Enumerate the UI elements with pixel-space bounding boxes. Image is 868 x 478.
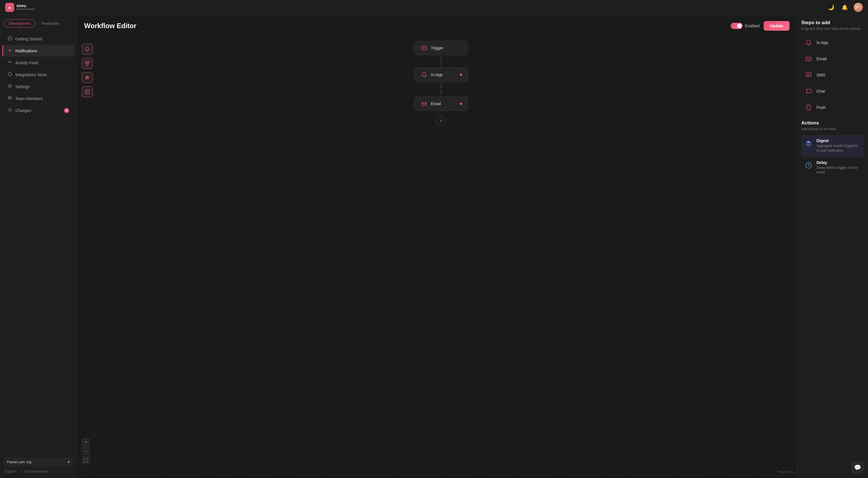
sidebar-item-changes[interactable]: Changes 4 <box>2 105 74 116</box>
topbar-right: 🌙 🔔 PJ <box>827 3 863 12</box>
enabled-toggle[interactable] <box>731 23 743 29</box>
sidebar: Development Production Getting Started <box>0 15 77 478</box>
react-flow-watermark: React Flow <box>778 470 794 473</box>
workflow-icon <box>85 61 90 66</box>
connector-dot <box>440 85 442 88</box>
in-app-node-menu[interactable]: ··· <box>453 72 457 77</box>
connector-line <box>441 55 441 60</box>
add-node-button[interactable]: + <box>437 116 446 126</box>
svg-rect-8 <box>87 64 88 66</box>
main-layout: Development Production Getting Started <box>0 15 868 478</box>
connector-line <box>441 93 441 97</box>
avatar[interactable]: PJ <box>854 3 863 12</box>
app-name: novu <box>17 4 36 8</box>
hexagon-icon <box>7 72 12 77</box>
right-panel: Steps to add Drag and drop new steps to … <box>797 15 868 478</box>
env-production-button[interactable]: Production <box>37 19 64 28</box>
sms-step-icon <box>804 70 813 79</box>
canvas-tool-template[interactable] <box>82 87 93 97</box>
svg-rect-20 <box>806 57 811 61</box>
canvas: Trigger <box>77 35 797 476</box>
svg-point-5 <box>10 97 12 98</box>
fit-view-button[interactable] <box>82 456 90 464</box>
delay-text: Delay Delay before trigger of next event <box>816 160 861 175</box>
notifications-bell-button[interactable]: 🔔 <box>840 3 849 12</box>
team-icon <box>7 96 12 101</box>
sidebar-item-team-members[interactable]: Team Members <box>2 93 74 104</box>
sidebar-item-notifications[interactable]: Notifications <box>2 45 74 57</box>
connector-1 <box>440 55 442 68</box>
svg-point-4 <box>9 97 10 98</box>
workflow-header: Workflow Editor Enabled Update <box>77 15 797 35</box>
dot-separator: • <box>20 470 21 473</box>
sidebar-item-label: Getting Started <box>16 37 42 41</box>
svg-point-24 <box>808 108 809 109</box>
enabled-toggle-wrap: Enabled <box>731 23 760 29</box>
sidebar-item-integrations-store[interactable]: Integrations Store <box>2 69 74 80</box>
email-node[interactable]: Email ··· <box>414 97 468 111</box>
connector-dot-2 <box>440 91 442 93</box>
email-step-icon <box>804 54 813 63</box>
actions-section: Actions Add actions to the flow Digest A… <box>801 120 864 178</box>
chat-widget[interactable]: 💬 <box>851 462 863 473</box>
step-label-in-app: In-App <box>816 40 828 45</box>
sidebar-item-settings[interactable]: Settings <box>2 81 74 92</box>
bell-icon: 🔔 <box>842 4 848 10</box>
logo[interactable]: n novu Formerly Notifee <box>5 3 36 12</box>
enabled-label: Enabled <box>745 24 760 28</box>
sidebar-item-getting-started[interactable]: Getting Started <box>2 33 74 45</box>
update-button[interactable]: Update <box>764 21 789 31</box>
fit-icon <box>84 458 88 463</box>
step-label-email: Email <box>816 57 827 61</box>
activity-icon <box>7 60 12 65</box>
changes-icon <box>7 108 12 113</box>
support-link[interactable]: Support <box>5 470 17 473</box>
email-node-icon <box>420 100 428 108</box>
delay-desc: Delay before trigger of next event <box>816 165 861 175</box>
in-app-step-icon <box>804 38 813 47</box>
app-tagline: Formerly Notifee <box>17 8 36 11</box>
action-item-delay[interactable]: Delay Delay before trigger of next event <box>801 157 864 179</box>
canvas-tool-sliders[interactable] <box>82 72 93 83</box>
env-development-button[interactable]: Development <box>4 19 36 28</box>
action-item-digest[interactable]: Digest Aggregate events triggered to one… <box>801 135 864 157</box>
org-selector[interactable]: Pawan jain org ▾ <box>3 457 73 467</box>
nodes-container: Trigger <box>414 41 468 126</box>
step-item-sms[interactable]: SMS <box>801 67 864 83</box>
in-app-node-status-dot <box>460 74 462 76</box>
delay-name: Delay <box>816 160 861 165</box>
connector-line <box>441 63 441 68</box>
zoom-in-button[interactable]: + <box>82 438 90 446</box>
step-item-chat[interactable]: Chat <box>801 83 864 99</box>
sidebar-item-activity-feed[interactable]: Activity Feed <box>2 57 74 68</box>
svg-text:n: n <box>8 5 11 10</box>
trigger-node[interactable]: Trigger <box>414 41 468 55</box>
canvas-tool-bell[interactable] <box>82 44 93 55</box>
digest-desc: Aggregate events triggered to one notifi… <box>816 143 861 153</box>
sidebar-item-label: Notifications <box>16 48 37 53</box>
canvas-tool-workflow[interactable] <box>82 58 93 69</box>
step-label-sms: SMS <box>816 73 825 77</box>
sidebar-bottom: Pawan jain org ▾ Support • Documentation <box>0 453 76 478</box>
step-item-email[interactable]: Email <box>801 51 864 67</box>
theme-toggle-button[interactable]: 🌙 <box>827 3 836 12</box>
step-item-push[interactable]: Push <box>801 99 864 116</box>
docs-link[interactable]: Documentation <box>25 470 48 473</box>
org-name: Pawan jain org <box>7 460 31 464</box>
nav-items: Getting Started Notifications Activity F… <box>0 31 76 453</box>
zoom-out-button[interactable]: − <box>82 447 90 455</box>
sidebar-item-label: Activity Feed <box>16 61 38 65</box>
email-node-menu[interactable]: ··· <box>453 101 457 106</box>
sidebar-footer-links: Support • Documentation <box>3 467 73 475</box>
lightning-icon <box>7 48 12 54</box>
bell-icon <box>85 46 90 52</box>
connector-2 <box>440 82 442 97</box>
in-app-node-label: In-App <box>431 72 442 77</box>
zoom-controls: + − <box>82 438 90 464</box>
topbar: n novu Formerly Notifee 🌙 🔔 PJ <box>0 0 868 15</box>
in-app-node[interactable]: In-App ··· <box>414 68 468 82</box>
add-node-area: + <box>437 114 446 126</box>
svg-point-13 <box>87 77 88 78</box>
in-app-node-icon <box>420 71 428 79</box>
step-item-in-app[interactable]: In-App <box>801 35 864 51</box>
